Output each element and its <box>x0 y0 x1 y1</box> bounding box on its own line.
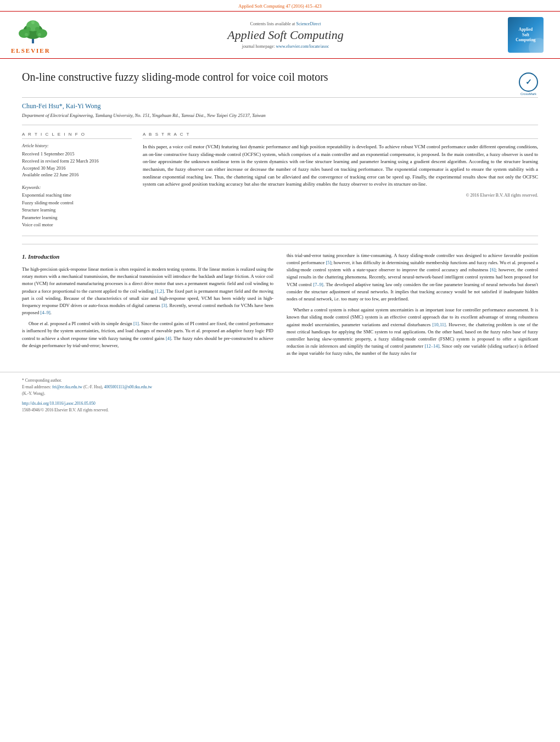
body-col-left: 1. Introduction The high-precision quick… <box>22 252 273 361</box>
issn-line: 1568-4946/© 2016 Elsevier B.V. All right… <box>22 408 538 412</box>
ref-12-14[interactable]: [12–14] <box>424 343 439 349</box>
doi-link[interactable]: http://dx.doi.org/10.1016/j.asoc.2016.05… <box>22 401 96 406</box>
article-info-label: A R T I C L E I N F O <box>22 132 132 139</box>
ref-3[interactable]: [3] <box>161 303 167 308</box>
right-para-2: Whether a control system is robust again… <box>287 306 538 357</box>
available-date: Available online 22 June 2016 <box>22 171 132 178</box>
article-title: On-line constructive fuzzy sliding-mode … <box>22 70 519 84</box>
authors-section: Chun-Fei Hsu*, Kai-Yi Wong Department of… <box>22 98 538 120</box>
email-note: E-mail addresses: fei@ee.tku.edu.tw (C.-… <box>22 384 538 389</box>
intro-heading: 1. Introduction <box>22 252 273 261</box>
intro-para-2: Oboe et al. proposed a PI control with i… <box>22 320 273 349</box>
crossmark-icon: ✓ <box>519 72 538 92</box>
author-email-2[interactable]: 4005001111@s00.tku.edu.tw <box>104 384 152 389</box>
author-email-1[interactable]: fei@ee.tku.edu.tw <box>52 384 82 389</box>
doi-line: http://dx.doi.org/10.1016/j.asoc.2016.05… <box>22 401 538 406</box>
homepage-line: journal homepage: www.elsevier.com/locat… <box>71 44 500 49</box>
main-content: On-line constructive fuzzy sliding-mode … <box>0 59 560 372</box>
email-note-2: (K.-Y. Wong). <box>22 391 538 396</box>
ref-7-9[interactable]: [7–9] <box>313 282 323 287</box>
received-date: Received 1 September 2015 <box>22 150 132 158</box>
section-divider <box>22 244 538 244</box>
elsevier-wordmark: ELSEVIER <box>11 47 51 54</box>
ref-6[interactable]: [6] <box>490 267 496 272</box>
body-col-right: this trial-and-error tuning procedure is… <box>287 252 538 361</box>
abstract-text: In this paper, a voice coil motor (VCM) … <box>143 143 538 188</box>
authors-names: Chun-Fei Hsu*, Kai-Yi Wong <box>22 102 538 110</box>
right-para-1: this trial-and-error tuning procedure is… <box>287 252 538 303</box>
badge-text: Applied Soft Computing <box>516 27 535 43</box>
journal-badge-area: Applied Soft Computing <box>500 17 544 53</box>
crossmark-label: CrossMark <box>519 92 538 96</box>
svg-point-9 <box>38 33 41 36</box>
revised-date: Received in revised form 22 March 2016 <box>22 158 132 165</box>
article-info-col: A R T I C L E I N F O Article history: R… <box>22 132 132 229</box>
crossmark-badge: ✓ CrossMark <box>519 72 538 92</box>
ref-10-11[interactable]: [10,11] <box>432 322 445 327</box>
ref-1b[interactable]: [1] <box>133 321 139 326</box>
journal-bar: Applied Soft Computing 47 (2016) 415–423 <box>0 0 560 11</box>
svg-point-10 <box>31 21 35 24</box>
keyword-5: Voice coil motor <box>22 221 132 229</box>
sciencedirect-line: Contents lists available at ScienceDirec… <box>71 21 500 26</box>
keywords-block: Keywords: Exponential reaching time Fuzz… <box>22 185 132 229</box>
homepage-link[interactable]: www.elsevier.com/locate/asoc <box>276 44 329 49</box>
abstract-label: A B S T R A C T <box>143 132 538 139</box>
ref-4-9[interactable]: [4–9] <box>40 310 50 315</box>
abstract-col: A B S T R A C T In this paper, a voice c… <box>143 132 538 229</box>
history-block: Article history: Received 1 September 20… <box>22 143 132 178</box>
keyword-4: Parameter learning <box>22 214 132 222</box>
journal-header: ELSEVIER Contents lists available at Sci… <box>0 11 560 59</box>
elsevier-logo-area: ELSEVIER <box>11 16 71 54</box>
body-content: 1. Introduction The high-precision quick… <box>22 252 538 372</box>
ref-5[interactable]: [5] <box>326 260 331 265</box>
corresponding-author-note: * Corresponding author. <box>22 378 538 383</box>
keyword-1: Exponential reaching time <box>22 192 132 199</box>
journal-title: Applied Soft Computing <box>71 28 500 42</box>
svg-point-8 <box>25 33 28 36</box>
keyword-3: Structure learning <box>22 207 132 214</box>
footer: * Corresponding author. E-mail addresses… <box>0 372 560 412</box>
journal-citation: Applied Soft Computing 47 (2016) 415–423 <box>238 3 321 9</box>
ref-1-2[interactable]: [1,2] <box>155 288 164 294</box>
journal-title-area: Contents lists available at ScienceDirec… <box>71 21 500 49</box>
accepted-date: Accepted 30 May 2016 <box>22 165 132 172</box>
intro-para-1: The high-precision quick-response linear… <box>22 266 273 316</box>
article-title-section: On-line constructive fuzzy sliding-mode … <box>22 59 538 98</box>
elsevier-logo: ELSEVIER <box>11 16 71 54</box>
svg-point-6 <box>26 27 31 31</box>
journal-badge: Applied Soft Computing <box>508 17 544 53</box>
ref-4b[interactable]: [4] <box>166 336 171 341</box>
history-subtitle: Article history: <box>22 143 132 148</box>
keywords-label: Keywords: <box>22 185 132 190</box>
authors-affiliation: Department of Electrical Engineering, Ta… <box>22 113 538 118</box>
sciencedirect-link[interactable]: ScienceDirect <box>296 21 321 26</box>
article-info-abstract: A R T I C L E I N F O Article history: R… <box>22 125 538 236</box>
svg-point-7 <box>35 27 40 31</box>
copyright-notice: © 2016 Elsevier B.V. All rights reserved… <box>143 193 538 198</box>
keyword-2: Fuzzy sliding-mode control <box>22 199 132 207</box>
elsevier-tree-icon <box>11 16 55 46</box>
